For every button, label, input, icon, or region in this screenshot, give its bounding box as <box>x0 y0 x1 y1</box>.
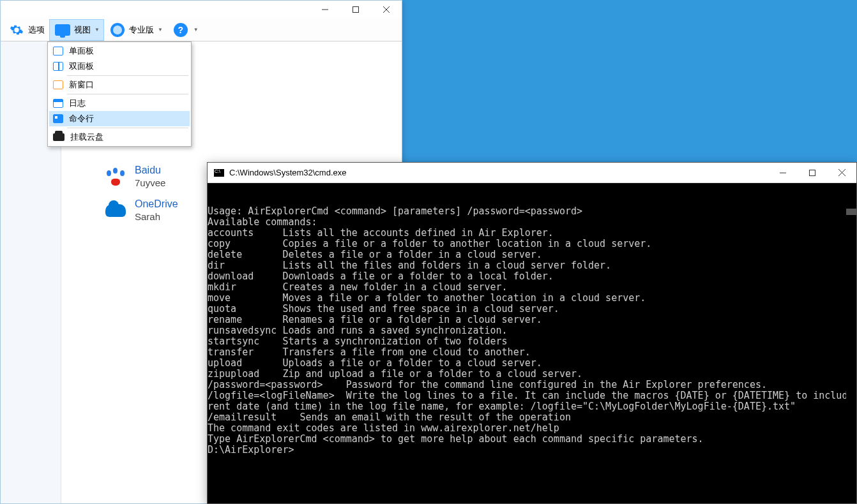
cmd-line: upload Uploads a file or a folder to a c… <box>208 358 856 369</box>
options-label: 选项 <box>28 24 45 36</box>
pro-button[interactable]: 专业版 ▼ <box>104 19 167 41</box>
cmd-line: download Downloads a file or a folder to… <box>208 271 856 282</box>
cmd-icon <box>53 114 63 123</box>
view-menu-item[interactable]: 单面板 <box>49 43 190 59</box>
view-menu-item[interactable]: 挂载云盘 <box>49 130 190 145</box>
cmd-line: mkdir Creates a new folder in a cloud se… <box>208 282 856 293</box>
cmd-line: /logfile=<logFileName> Write the log lin… <box>208 390 856 401</box>
cmd-line: zipupload Zip and upload a file or a fol… <box>208 369 856 380</box>
cmd-line: quota Shows the used and free space in a… <box>208 304 856 315</box>
help-button[interactable]: ? ▼ <box>167 19 203 41</box>
menu-separator <box>67 94 188 94</box>
cmd-line: accounts Lists all the accounts defined … <box>208 228 856 239</box>
cmd-scrollbar[interactable] <box>846 183 856 503</box>
account-item[interactable]: Baidu7uyvee <box>105 165 178 188</box>
account-user: 7uyvee <box>135 177 165 188</box>
cmd-minimize-button[interactable] <box>768 163 798 183</box>
cmd-line: transfer Transfers a file from one cloud… <box>208 347 856 358</box>
cmd-line: Type AirExplorerCmd <command> to get mor… <box>208 434 856 445</box>
account-item[interactable]: OneDriveSarah <box>105 198 178 222</box>
menu-separator <box>67 128 188 128</box>
options-button[interactable]: 选项 <box>3 19 49 41</box>
view-menu-item[interactable]: 日志 <box>49 96 190 111</box>
gear-icon <box>8 22 26 38</box>
log-icon <box>53 99 63 108</box>
menu-item-label: 单面板 <box>69 45 94 57</box>
menu-item-label: 新窗口 <box>69 79 94 91</box>
cmd-close-button[interactable] <box>827 163 856 183</box>
cmd-line: rename Renames a file or a folder in a c… <box>208 315 856 325</box>
svg-rect-5 <box>810 170 815 175</box>
view-menu-item[interactable]: 新窗口 <box>49 77 190 93</box>
chevron-down-icon: ▼ <box>193 27 199 33</box>
menu-item-label: 日志 <box>69 98 86 109</box>
cmd-line: runsavedsync Loads and runs a saved sync… <box>208 325 856 336</box>
cmd-line: move Moves a file or a folder to another… <box>208 293 856 304</box>
toolbar: 选项 视图 ▼ 专业版 ▼ ? ▼ <box>1 19 402 41</box>
account-service: Baidu <box>135 165 165 176</box>
account-service: OneDrive <box>135 198 178 210</box>
cmd-line: The command exit codes are listed in www… <box>208 423 856 434</box>
view-label: 视图 <box>74 24 91 36</box>
cmd-line: /emailresult Sends an email with the res… <box>208 412 856 423</box>
cmd-line: copy Copies a file or a folder to anothe… <box>208 239 856 249</box>
cmd-window: C:\Windows\System32\cmd.exe Usage: AirEx… <box>207 162 857 504</box>
menu-item-label: 命令行 <box>69 113 94 124</box>
cmd-line: /password=<password> Password for the co… <box>208 380 856 390</box>
mount-icon <box>53 133 64 141</box>
cmd-output[interactable]: Usage: AirExplorerCmd <command> [paramet… <box>208 183 856 503</box>
menu-separator <box>67 75 188 76</box>
view-button[interactable]: 视图 ▼ <box>49 19 104 41</box>
cmd-line: dir Lists all the files and folders in a… <box>208 260 856 271</box>
newwin-icon <box>53 80 63 89</box>
baidu-icon <box>105 167 126 187</box>
menu-item-label: 双面板 <box>69 61 94 72</box>
cmd-maximize-button[interactable] <box>798 163 827 183</box>
cmd-line: startsync Starts a synchronization of tw… <box>208 336 856 347</box>
chevron-down-icon: ▼ <box>158 27 163 33</box>
chevron-down-icon: ▼ <box>95 27 100 33</box>
account-user: Sarah <box>135 211 178 222</box>
title-bar <box>1 1 402 19</box>
monitor-icon <box>54 22 72 38</box>
onedrive-icon <box>105 200 126 221</box>
cmd-icon <box>214 169 224 177</box>
pro-label: 专业版 <box>129 24 154 36</box>
account-list: Baidu7uyveeOneDriveSarah <box>105 165 178 232</box>
cmd-title-text: C:\Windows\System32\cmd.exe <box>229 168 768 177</box>
view-menu: 单面板双面板新窗口日志命令行挂载云盘 <box>47 41 192 147</box>
cmd-line: Usage: AirExplorerCmd <command> [paramet… <box>208 206 856 217</box>
help-icon: ? <box>172 22 190 38</box>
cmd-line: D:\AirExplorer> <box>208 445 856 456</box>
ribbon-icon <box>109 22 126 38</box>
dual-icon <box>53 62 63 71</box>
cmd-title-bar[interactable]: C:\Windows\System32\cmd.exe <box>208 163 856 183</box>
cmd-line: Available commands: <box>208 217 856 228</box>
menu-item-label: 挂载云盘 <box>70 131 103 143</box>
maximize-button[interactable] <box>340 1 371 19</box>
view-menu-item[interactable]: 双面板 <box>49 59 190 74</box>
cmd-line: rent date (and time) in the log file nam… <box>208 401 856 412</box>
single-icon <box>53 47 63 56</box>
minimize-button[interactable] <box>310 1 340 19</box>
close-button[interactable] <box>371 1 402 19</box>
cmd-line: delete Deletes a file or a folder in a c… <box>208 249 856 260</box>
view-menu-item[interactable]: 命令行 <box>49 111 190 126</box>
svg-rect-1 <box>353 7 359 13</box>
